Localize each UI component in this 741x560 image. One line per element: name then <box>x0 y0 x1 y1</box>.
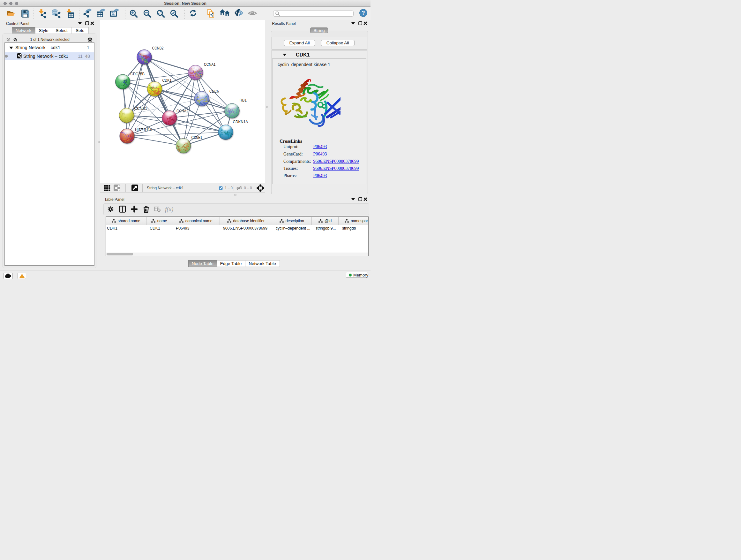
svg-text:f(x): f(x) <box>165 206 173 213</box>
svg-text:CDKN1A: CDKN1A <box>233 119 248 124</box>
svg-text:?: ? <box>361 10 365 16</box>
svg-text:HIST1H1A: HIST1H1A <box>135 127 152 132</box>
svg-text:RB1: RB1 <box>240 98 247 103</box>
svg-text:CCNE1: CCNE1 <box>192 135 202 140</box>
svg-text:CCNA1: CCNA1 <box>204 62 216 67</box>
svg-text:CCNA2: CCNA2 <box>177 109 188 113</box>
svg-text:CDK1: CDK1 <box>162 78 172 83</box>
svg-text:1 – 0: 1 – 0 <box>225 186 232 190</box>
svg-text:String Network – cdk1: String Network – cdk1 <box>147 186 184 190</box>
svg-text:CDC25B: CDC25B <box>131 71 145 76</box>
svg-text:0 – 0: 0 – 0 <box>244 186 252 190</box>
svg-text:CCNB2: CCNB2 <box>152 46 164 51</box>
svg-text:CDC6: CDC6 <box>209 89 219 94</box>
svg-text:CCNB1: CCNB1 <box>134 106 147 111</box>
